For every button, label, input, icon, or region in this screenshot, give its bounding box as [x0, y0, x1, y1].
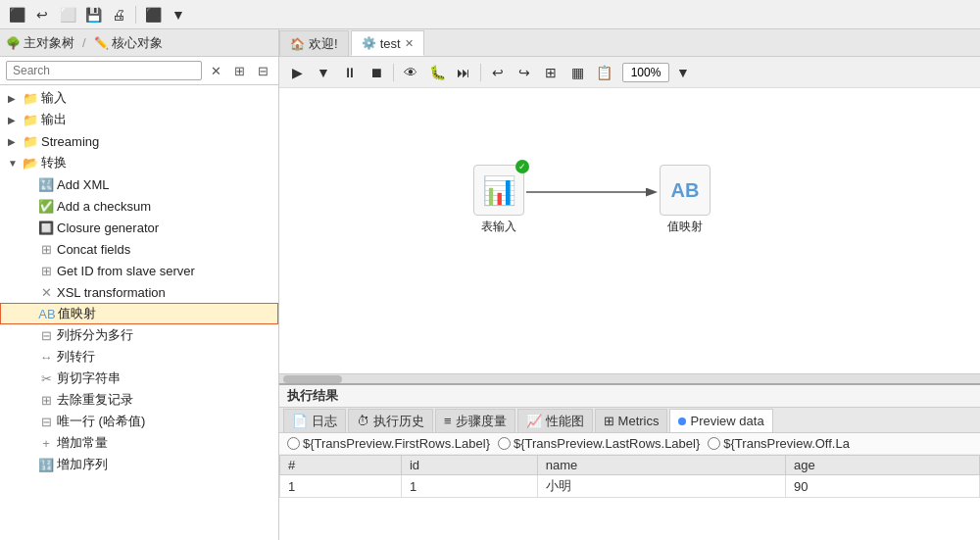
tree-item-add-const[interactable]: ▶ + 增加常量 [0, 432, 278, 454]
redo-btn[interactable]: ↪ [513, 61, 536, 84]
tree-item-split-rows[interactable]: ▶ ⊟ 列拆分为多行 [0, 324, 278, 346]
preview-btn[interactable]: 👁 [399, 61, 422, 84]
run-btn[interactable]: ▶ [285, 61, 309, 84]
tree-item-cut-string[interactable]: ▶ ✂ 剪切字符串 [0, 368, 278, 389]
item-icon-addconst: + [38, 436, 54, 451]
col-header-hash: # [280, 456, 402, 475]
toolbar-btn-1[interactable]: ⬛ [6, 4, 27, 25]
bottom-tab-preview[interactable]: Preview data [669, 409, 772, 432]
radio-input-first[interactable] [287, 437, 300, 450]
tree-item-add-checksum[interactable]: ▶ ✅ Add a checksum [0, 195, 278, 217]
note-btn[interactable]: 📋 [592, 61, 615, 84]
run-dropdown-btn[interactable]: ▼ [312, 61, 335, 84]
toolbar-btn-2[interactable]: ↩ [31, 4, 53, 25]
search-expand-btn[interactable]: ⊞ [229, 61, 249, 80]
tree-item-input[interactable]: ▶ 📁 输入 [0, 87, 278, 109]
tab-bar: 🏠 欢迎! ⚙️ test ✕ [279, 29, 980, 57]
toolbar-btn-3[interactable]: ⬜ [57, 4, 78, 25]
item-icon-split: ⊟ [38, 328, 54, 343]
bottom-tab-log[interactable]: 📄 日志 [283, 409, 346, 432]
step-btn[interactable]: ⏭ [452, 61, 475, 84]
canvas-area[interactable]: ✓ 📊 表输入 AB 值映射 [279, 88, 980, 383]
tree-item-get-id[interactable]: ▶ ⊞ Get ID from slave server [0, 260, 278, 281]
top-toolbar: ⬛ ↩ ⬜ 💾 🖨 ⬛ ▼ [0, 0, 980, 29]
canvas-scrollbar[interactable] [279, 373, 980, 383]
radio-input-off[interactable] [708, 437, 720, 450]
tree-item-col-rotate[interactable]: ▶ ↔ 列转行 [0, 346, 278, 368]
item-icon-getid: ⊞ [38, 264, 54, 278]
tab-welcome-label: 欢迎! [309, 35, 338, 53]
left-panel: 🌳 主对象树 / ✏️ 核心对象 ✕ ⊞ ⊟ ▶ 📁 输入 ▶ [0, 29, 279, 540]
tree-item-value-map[interactable]: ▶ AB 值映射 [0, 303, 278, 324]
radio-input-last[interactable] [498, 437, 511, 450]
align-btn[interactable]: ⊞ [539, 61, 563, 84]
bottom-tab-metrics[interactable]: ⊞ Metrics [595, 409, 668, 432]
tree-item-transform[interactable]: ▼ 📂 转换 [0, 152, 278, 173]
zoom-dropdown-btn[interactable]: ▼ [671, 61, 695, 84]
node-box-table-input[interactable]: ✓ 📊 [473, 165, 524, 216]
preview-table: # id name age 1 1 小明 90 [279, 455, 980, 498]
bottom-tab-history[interactable]: ⏱ 执行历史 [348, 409, 433, 432]
grid-btn[interactable]: ▦ [565, 61, 589, 84]
debug-btn[interactable]: 🐛 [425, 61, 449, 84]
node-table-input[interactable]: ✓ 📊 表输入 [473, 165, 524, 235]
toolbar-separator [135, 6, 136, 24]
tree-item-dedup[interactable]: ▶ ⊞ 去除重复记录 [0, 389, 278, 411]
search-input[interactable] [6, 61, 202, 80]
zoom-input[interactable] [622, 63, 669, 82]
bottom-tab-perf-label: 性能图 [546, 413, 584, 430]
search-clear-btn[interactable]: ✕ [206, 61, 225, 80]
stop-btn[interactable]: ⏹ [365, 61, 388, 84]
radio-off[interactable]: ${TransPreview.Off.La [708, 436, 850, 451]
radio-last-rows[interactable]: ${TransPreview.LastRows.Label} [498, 436, 700, 451]
tree-item-output[interactable]: ▶ 📁 输出 [0, 109, 278, 130]
item-icon-concat: ⊞ [38, 242, 54, 257]
toolbar-btn-5[interactable]: 🖨 [108, 4, 129, 25]
item-icon-cut: ✂ [38, 371, 54, 386]
node-status-badge: ✓ [515, 160, 529, 173]
undo-btn[interactable]: ↩ [486, 61, 510, 84]
zoom-control: ▼ [622, 61, 695, 84]
node-value-map[interactable]: AB 值映射 [660, 165, 710, 235]
tab-test[interactable]: ⚙️ test ✕ [351, 30, 424, 56]
bottom-tab-preview-label: Preview data [690, 414, 763, 428]
tree-icon: 🌳 [6, 36, 21, 50]
pause-btn[interactable]: ⏸ [338, 61, 362, 84]
panel-tab-main-tree[interactable]: 🌳 主对象树 [6, 34, 74, 52]
tree-item-closure-gen[interactable]: ▶ 🔲 Closure generator [0, 217, 278, 238]
tree-area: ▶ 📁 输入 ▶ 📁 输出 ▶ 📁 Streaming ▼ 📂 转换 [0, 85, 278, 540]
bottom-tab-step-metrics[interactable]: ≡ 步骤度量 [435, 409, 515, 432]
tree-item-xsl-label: XSL transformation [57, 285, 166, 300]
tree-item-unique-row-label: 唯一行 (哈希值) [57, 413, 145, 430]
results-title: 执行结果 [287, 387, 338, 405]
panel-tab-main-tree-label: 主对象树 [24, 34, 74, 52]
tree-item-add-checksum-label: Add a checksum [57, 199, 151, 214]
col-header-id: id [401, 456, 537, 475]
radio-first-rows[interactable]: ${TransPreview.FirstRows.Label} [287, 436, 490, 451]
node-box-value-map[interactable]: AB [660, 165, 710, 216]
edit-icon: ✏️ [94, 36, 109, 50]
preview-table-container[interactable]: # id name age 1 1 小明 90 [279, 455, 980, 540]
arrow-icon: ▶ [8, 93, 20, 104]
toolbar-btn-dropdown[interactable]: ▼ [168, 4, 189, 25]
tab-welcome[interactable]: 🏠 欢迎! [279, 30, 349, 56]
tree-item-value-map-label: 值映射 [58, 305, 96, 322]
tree-item-cut-string-label: 剪切字符串 [57, 369, 121, 387]
tree-item-concat-fields[interactable]: ▶ ⊞ Concat fields [0, 238, 278, 260]
tree-item-add-xml[interactable]: ▶ 🔣 Add XML [0, 173, 278, 195]
tree-item-unique-row[interactable]: ▶ ⊟ 唯一行 (哈希值) [0, 411, 278, 432]
tree-item-xsl[interactable]: ▶ ✕ XSL transformation [0, 281, 278, 303]
tree-item-add-seq[interactable]: ▶ 🔢 增加序列 [0, 454, 278, 475]
bottom-tab-perf[interactable]: 📈 性能图 [517, 409, 593, 432]
preview-dot [678, 417, 686, 425]
search-collapse-btn[interactable]: ⊟ [253, 61, 272, 80]
folder-icon: 📁 [23, 91, 38, 106]
tab-close-btn[interactable]: ✕ [405, 37, 414, 50]
toolbar-sep2 [480, 64, 481, 81]
toolbar-btn-4[interactable]: 💾 [82, 4, 104, 25]
test-icon: ⚙️ [362, 36, 376, 50]
tree-item-streaming[interactable]: ▶ 📁 Streaming [0, 130, 278, 152]
toolbar-btn-6[interactable]: ⬛ [142, 4, 164, 25]
panel-tab-core-objects[interactable]: ✏️ 核心对象 [94, 34, 163, 52]
tab-test-label: test [380, 36, 401, 51]
